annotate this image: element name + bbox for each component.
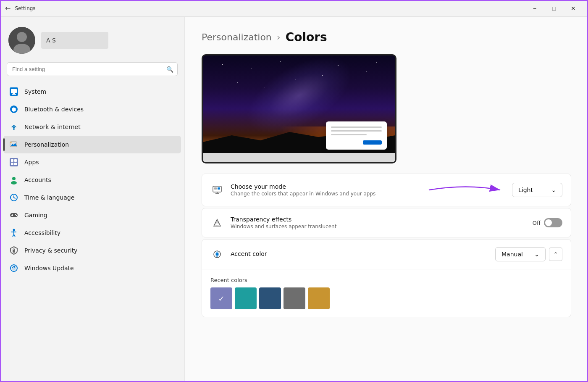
sidebar-item-privacy[interactable]: Privacy & security [3, 242, 181, 259]
accent-color-dropdown[interactable]: Manual ⌄ [495, 247, 546, 261]
bluetooth-icon: ⬢ [9, 105, 18, 114]
dialog-lines [331, 126, 382, 135]
dialog-line [331, 126, 382, 128]
personalization-icon [9, 140, 18, 149]
color-swatch-3[interactable] [284, 287, 305, 309]
search-icon: 🔍 [166, 66, 173, 73]
color-swatch-0[interactable] [210, 287, 232, 309]
svg-rect-34 [214, 187, 217, 190]
sidebar-item-time-label: Time & language [24, 194, 74, 201]
arrow-annotation [425, 182, 517, 198]
sidebar-item-personalization-label: Personalization [24, 141, 69, 148]
search-input[interactable] [7, 62, 178, 76]
dropdown-chevron-icon: ⌄ [551, 187, 556, 193]
sidebar-item-accessibility-label: Accessibility [24, 229, 60, 236]
svg-point-24 [15, 214, 16, 215]
accent-dropdown-chevron-icon: ⌄ [534, 251, 539, 258]
sidebar-item-update-label: Windows Update [24, 265, 74, 271]
transparency-text: Transparency effects Windows and surface… [231, 216, 526, 229]
sidebar-item-network[interactable]: Network & internet [3, 118, 181, 136]
svg-line-30 [14, 234, 15, 237]
sidebar-item-gaming[interactable]: Gaming [3, 206, 181, 224]
accounts-icon [9, 175, 18, 184]
dialog-line [331, 130, 382, 132]
svg-point-40 [216, 253, 218, 256]
system-icon [9, 87, 18, 96]
svg-rect-13 [14, 159, 17, 162]
profile-info[interactable]: A S [41, 32, 108, 49]
minimize-button[interactable]: − [525, 0, 544, 17]
svg-point-25 [16, 215, 17, 216]
accessibility-icon [9, 228, 18, 237]
color-swatch-4[interactable] [308, 287, 330, 309]
privacy-icon [9, 246, 18, 255]
svg-rect-23 [12, 214, 13, 216]
transparency-row: Transparency effects Windows and surface… [202, 208, 571, 237]
sidebar-item-apps[interactable]: Apps [3, 153, 181, 171]
titlebar-left: ← Settings [5, 4, 36, 12]
sidebar-item-bluetooth-label: Bluetooth & devices [24, 106, 84, 113]
color-swatch-2[interactable] [259, 287, 281, 309]
update-icon [9, 263, 18, 273]
preview-container [202, 54, 396, 163]
svg-point-9 [13, 128, 15, 130]
back-icon[interactable]: ← [5, 4, 10, 12]
color-swatch-1[interactable] [235, 287, 257, 309]
sidebar-item-network-label: Network & internet [24, 124, 81, 130]
preview-sky [203, 55, 395, 162]
time-icon [9, 193, 18, 202]
sidebar-item-time[interactable]: Time & language [3, 189, 181, 206]
nav-list: System ⬢ Bluetooth & devices Networ [0, 83, 184, 277]
svg-rect-35 [218, 187, 220, 190]
choose-mode-row: Choose your mode Change the colors that … [202, 174, 571, 206]
sidebar-item-system[interactable]: System [3, 83, 181, 100]
sidebar-item-apps-label: Apps [24, 159, 39, 166]
close-button[interactable]: ✕ [564, 0, 583, 17]
svg-rect-5 [13, 93, 15, 94]
app-container: A S 🔍 System ⬢ Bluetooth & devices [0, 17, 588, 382]
sidebar-item-accounts[interactable]: Accounts [3, 171, 181, 189]
sidebar-item-accounts-label: Accounts [24, 177, 51, 183]
gaming-icon [9, 211, 18, 220]
avatar[interactable] [8, 27, 35, 54]
choose-mode-title: Choose your mode [231, 183, 418, 190]
svg-point-26 [13, 229, 15, 231]
main-content: Personalization › Colors [185, 17, 588, 382]
svg-point-1 [17, 32, 27, 42]
breadcrumb-current: Colors [286, 30, 327, 44]
breadcrumb: Personalization › Colors [202, 30, 571, 44]
titlebar: ← Settings − □ ✕ [0, 0, 588, 17]
sidebar-item-privacy-label: Privacy & security [24, 247, 77, 254]
choose-mode-icon [210, 183, 224, 197]
search-box: 🔍 [7, 62, 178, 76]
choose-mode-control: Light ⌄ [425, 182, 562, 198]
transparency-control: Off [533, 218, 562, 227]
svg-rect-6 [12, 94, 16, 95]
svg-text:⬢: ⬢ [11, 106, 16, 113]
transparency-icon [210, 216, 224, 229]
transparency-toggle[interactable] [544, 218, 562, 227]
sidebar-profile: A S [0, 24, 184, 62]
accent-expand-button[interactable]: ⌃ [549, 248, 562, 261]
choose-mode-dropdown[interactable]: Light ⌄ [512, 183, 562, 197]
recent-colors-label: Recent colors [210, 277, 562, 283]
svg-rect-31 [13, 250, 15, 253]
breadcrumb-separator: › [277, 32, 281, 42]
svg-rect-11 [10, 158, 18, 166]
accent-body: Recent colors [202, 269, 571, 317]
titlebar-title: Settings [15, 5, 35, 11]
sidebar-item-update[interactable]: Windows Update [3, 259, 181, 277]
choose-mode-text: Choose your mode Change the colors that … [231, 183, 418, 197]
svg-line-20 [14, 198, 15, 198]
apps-icon [9, 158, 18, 167]
sidebar-item-personalization[interactable]: Personalization [3, 136, 181, 153]
sidebar-item-accessibility[interactable]: Accessibility [3, 224, 181, 242]
dialog-button [363, 140, 382, 145]
titlebar-controls: − □ ✕ [525, 0, 583, 17]
accent-color-section: Accent color Manual ⌄ ⌃ Recent colors [202, 239, 571, 317]
svg-rect-12 [11, 159, 13, 162]
maximize-button[interactable]: □ [544, 0, 564, 17]
accent-color-value: Manual [501, 251, 523, 258]
sidebar-item-bluetooth[interactable]: ⬢ Bluetooth & devices [3, 100, 181, 118]
sidebar: A S 🔍 System ⬢ Bluetooth & devices [0, 17, 185, 382]
